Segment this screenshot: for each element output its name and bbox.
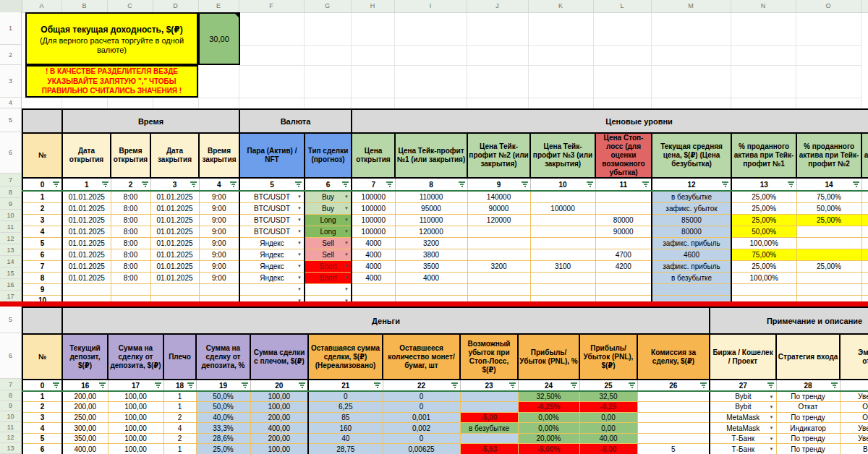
cell[interactable]: 6: [22, 249, 62, 260]
cell[interactable]: 100000: [352, 191, 395, 202]
dropdown-arrow-icon[interactable]: ▼: [770, 426, 774, 430]
cell[interactable]: MetaMask▼: [710, 412, 776, 423]
cell[interactable]: [861, 249, 868, 260]
cell[interactable]: 01.01.2025: [150, 249, 199, 260]
cell[interactable]: 140000: [467, 191, 530, 202]
dropdown-arrow-icon[interactable]: ▼: [297, 241, 302, 245]
dropdown-arrow-icon[interactable]: ▼: [344, 264, 349, 268]
cell[interactable]: Оптимизм: [840, 412, 868, 423]
row-number-7[interactable]: 7: [0, 174, 22, 187]
column-letter-M[interactable]: M: [651, 0, 731, 12]
cell[interactable]: 100,00: [108, 391, 163, 402]
cell[interactable]: 50,00%: [731, 226, 796, 237]
cell[interactable]: BTC/USDT▼: [239, 191, 305, 202]
filter-cell[interactable]: 22: [383, 380, 460, 391]
separator-warning-cell[interactable]: ! В КАЧЕСТВЕ РАЗДЕЛИТЕЛЯ ВЕЗДЕ УКАЗЫВАЙТ…: [25, 65, 198, 98]
row-number-13[interactable]: 13: [0, 443, 22, 454]
cell[interactable]: 4000: [352, 249, 395, 260]
cell[interactable]: [199, 283, 239, 295]
cell[interactable]: 9:00: [199, 272, 239, 283]
cell[interactable]: 100000: [530, 202, 595, 214]
cell[interactable]: 8:00: [111, 202, 150, 214]
cell[interactable]: 400,00: [250, 423, 308, 434]
dropdown-arrow-icon[interactable]: ▼: [344, 229, 349, 234]
cell[interactable]: 1: [163, 402, 196, 413]
cell[interactable]: 3: [22, 412, 62, 423]
cell[interactable]: [595, 202, 652, 214]
cell[interactable]: [111, 283, 150, 295]
cell[interactable]: 01.01.2025: [62, 272, 111, 283]
cell[interactable]: [595, 283, 652, 295]
cell[interactable]: Т-Банк▼: [710, 433, 776, 444]
cell[interactable]: [530, 226, 595, 237]
cell[interactable]: 3800: [395, 249, 467, 260]
cell[interactable]: 0,00: [579, 412, 637, 423]
cell[interactable]: 01.01.2025: [150, 191, 199, 202]
cell[interactable]: 40,0%: [196, 412, 250, 423]
cell[interactable]: 9:00: [199, 260, 239, 272]
filter-cell[interactable]: 11: [595, 178, 652, 191]
cell[interactable]: [637, 391, 710, 402]
column-letter-A[interactable]: A: [22, 0, 62, 12]
cell[interactable]: 2: [163, 433, 196, 444]
cell[interactable]: 32,50: [579, 391, 637, 402]
cell[interactable]: -6,25%: [518, 402, 579, 413]
cell[interactable]: По тренду: [776, 444, 840, 454]
cell[interactable]: 4700: [595, 249, 652, 260]
cell[interactable]: [637, 412, 710, 423]
cell[interactable]: [530, 283, 595, 295]
cell[interactable]: 90000: [467, 202, 530, 214]
cell[interactable]: [530, 249, 595, 260]
filter-icon[interactable]: [299, 382, 305, 388]
cell[interactable]: [460, 402, 518, 413]
cell[interactable]: 33,3%: [196, 423, 250, 434]
filter-icon[interactable]: [155, 382, 161, 388]
cell[interactable]: 100,00: [108, 412, 163, 423]
cell[interactable]: 40,00: [579, 433, 637, 444]
row-number-11[interactable]: 11: [0, 221, 22, 233]
cell[interactable]: Уверенность: [840, 433, 868, 444]
cell[interactable]: 250,00: [62, 412, 108, 423]
cell[interactable]: [861, 191, 868, 202]
cell[interactable]: 01.01.2025: [62, 260, 111, 272]
column-letter-D[interactable]: D: [153, 0, 199, 12]
cell[interactable]: 8:00: [111, 226, 150, 237]
pane-split-bar[interactable]: [0, 301, 868, 307]
cell[interactable]: 80000: [595, 214, 652, 226]
filter-icon[interactable]: [853, 181, 859, 187]
row-number-4[interactable]: 4: [0, 98, 22, 108]
cell[interactable]: 0: [383, 391, 460, 402]
filter-cell[interactable]: 8: [395, 178, 467, 191]
cell[interactable]: [637, 423, 710, 434]
cell[interactable]: 100,00: [250, 402, 308, 413]
cell[interactable]: 200,00: [250, 412, 308, 423]
cell[interactable]: Short▼: [305, 260, 352, 272]
row-number-14[interactable]: 14: [0, 256, 22, 267]
filter-icon[interactable]: [831, 382, 838, 388]
cell[interactable]: 100,00: [108, 402, 163, 413]
row-number-15[interactable]: 15: [0, 267, 22, 279]
cell[interactable]: [62, 283, 111, 295]
cell[interactable]: 50,0%: [196, 391, 250, 402]
cell[interactable]: 32,50%: [518, 391, 579, 402]
cell[interactable]: [395, 283, 467, 295]
row-number-11[interactable]: 11: [0, 422, 22, 433]
cell[interactable]: 4000: [352, 237, 395, 249]
column-letter-K[interactable]: K: [528, 0, 594, 12]
cell[interactable]: 120000: [467, 214, 530, 226]
cell[interactable]: 8:00: [111, 214, 150, 226]
cell[interactable]: 01.01.2025: [150, 226, 199, 237]
cell[interactable]: [352, 283, 395, 295]
filter-icon[interactable]: [374, 382, 380, 388]
cell[interactable]: [796, 226, 861, 237]
cell[interactable]: 25,00%: [796, 214, 861, 226]
cell[interactable]: 7: [22, 260, 62, 272]
cell[interactable]: 4: [163, 423, 196, 434]
cell[interactable]: 400,00: [62, 444, 108, 454]
cell[interactable]: 350,00: [62, 433, 108, 444]
cell[interactable]: 9: [22, 283, 62, 295]
cell[interactable]: 2: [22, 402, 62, 413]
cell[interactable]: 8:00: [111, 237, 150, 249]
cell[interactable]: [796, 272, 861, 283]
cell[interactable]: 01.01.2025: [62, 191, 111, 202]
